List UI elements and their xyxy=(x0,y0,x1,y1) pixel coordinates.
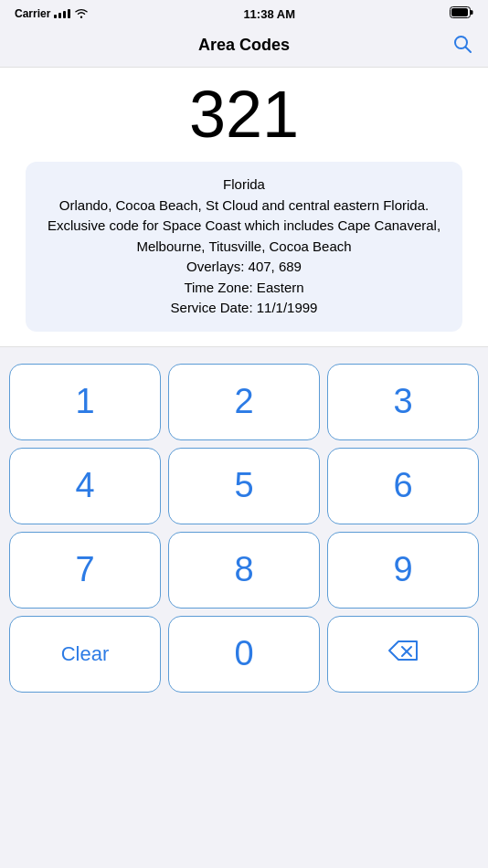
svg-rect-1 xyxy=(471,10,473,15)
key-1[interactable]: 1 xyxy=(9,364,161,440)
info-description: Orlando, Cocoa Beach, St Cloud and centr… xyxy=(40,196,448,258)
svg-line-4 xyxy=(466,48,472,53)
info-timezone: Time Zone: Eastern xyxy=(40,278,448,299)
key-6[interactable]: 6 xyxy=(327,448,479,524)
info-service-date: Service Date: 11/1/1999 xyxy=(40,298,448,319)
area-code-display: 321 Florida Orlando, Cocoa Beach, St Clo… xyxy=(0,67,488,347)
key-4[interactable]: 4 xyxy=(9,448,161,524)
info-state: Florida xyxy=(40,175,448,196)
status-time: 11:38 AM xyxy=(243,7,295,21)
key-0[interactable]: 0 xyxy=(168,616,320,693)
svg-rect-2 xyxy=(451,8,468,16)
wifi-icon xyxy=(74,7,89,21)
area-code-number: 321 xyxy=(15,79,473,151)
carrier-label: Carrier xyxy=(15,7,50,20)
status-left: Carrier xyxy=(15,7,89,21)
page-title: Area Codes xyxy=(198,36,290,55)
key-8[interactable]: 8 xyxy=(168,532,320,609)
battery-icon xyxy=(450,5,473,22)
info-card: Florida Orlando, Cocoa Beach, St Cloud a… xyxy=(26,162,462,332)
key-backspace[interactable] xyxy=(327,616,479,693)
key-2[interactable]: 2 xyxy=(168,364,320,440)
nav-bar: Area Codes xyxy=(0,26,488,67)
key-7[interactable]: 7 xyxy=(9,532,161,609)
backspace-icon xyxy=(387,638,419,670)
keypad-row-2: 4 5 6 xyxy=(9,448,479,524)
keypad-row-4: Clear 0 xyxy=(9,616,479,693)
search-icon xyxy=(451,44,473,58)
keypad-row-1: 1 2 3 xyxy=(9,364,479,440)
key-clear[interactable]: Clear xyxy=(9,616,161,693)
key-5[interactable]: 5 xyxy=(168,448,320,524)
info-overlays: Overlays: 407, 689 xyxy=(40,257,448,278)
clear-label: Clear xyxy=(61,642,110,666)
status-right xyxy=(450,5,473,22)
search-button[interactable] xyxy=(451,33,473,58)
keypad: 1 2 3 4 5 6 7 8 9 Clear 0 xyxy=(0,347,488,702)
key-3[interactable]: 3 xyxy=(327,364,479,440)
status-bar: Carrier 11:38 AM xyxy=(0,0,488,26)
key-9[interactable]: 9 xyxy=(327,532,479,609)
signal-icon xyxy=(54,9,70,18)
keypad-row-3: 7 8 9 xyxy=(9,532,479,609)
